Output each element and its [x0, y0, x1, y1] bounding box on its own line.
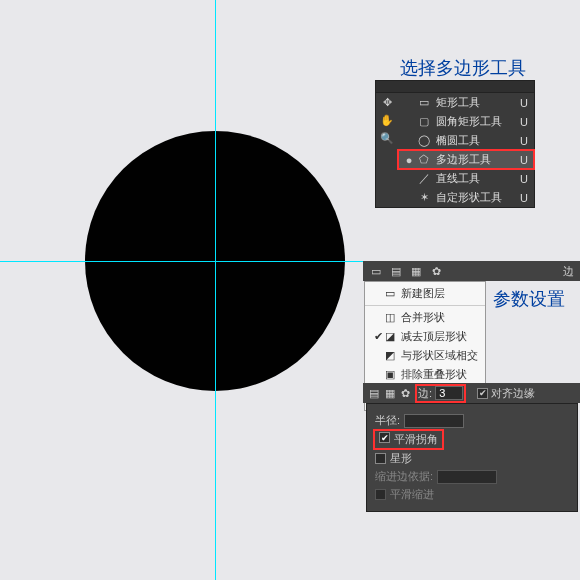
menu-combine[interactable]: ◫ 合并形状 — [365, 308, 485, 327]
smooth-corners-label: 平滑拐角 — [394, 432, 438, 447]
subtract-icon: ◪ — [385, 330, 399, 343]
gear-icon[interactable]: ✿ — [401, 387, 410, 400]
tool-label: 圆角矩形工具 — [436, 114, 520, 129]
zoom-icon[interactable]: 🔍 — [376, 129, 398, 147]
tool-sidebar: ✥ ✋ 🔍 — [376, 93, 398, 207]
combine-icon: ◫ — [385, 311, 399, 324]
tool-shortcut: U — [520, 173, 530, 185]
tool-shortcut: U — [520, 192, 530, 204]
rectangle-icon: ▭ — [416, 96, 432, 110]
align-icon[interactable]: ▤ — [389, 264, 403, 278]
tool-rectangle[interactable]: ▭ 矩形工具 U — [398, 93, 534, 112]
star-label: 星形 — [390, 451, 412, 466]
annotation-select-tool: 选择多边形工具 — [400, 56, 526, 80]
tool-label: 椭圆工具 — [436, 133, 520, 148]
rounded-rect-icon: ▢ — [416, 115, 432, 129]
menu-label: 新建图层 — [401, 286, 445, 301]
align-icon[interactable]: ▤ — [369, 387, 379, 400]
align-edges-checkbox[interactable]: ✔ — [477, 388, 488, 399]
sides-label: 边: — [418, 387, 432, 399]
gear-icon[interactable]: ✿ — [429, 264, 443, 278]
line-icon: ／ — [416, 172, 432, 186]
tool-shortcut: U — [520, 135, 530, 147]
check-icon: ✔ — [371, 330, 385, 343]
arrange-icon[interactable]: ▦ — [385, 387, 395, 400]
tool-rounded-rectangle[interactable]: ▢ 圆角矩形工具 U — [398, 112, 534, 131]
arrange-icon[interactable]: ▦ — [409, 264, 423, 278]
polygon-settings-popup: 半径: ✔ 平滑拐角 星形 缩进边依据: 平滑缩进 — [366, 403, 578, 512]
tool-label: 多边形工具 — [436, 152, 520, 167]
menu-label: 与形状区域相交 — [401, 348, 478, 363]
tool-polygon[interactable]: ● ⬠ 多边形工具 U — [398, 150, 534, 169]
menu-separator — [365, 305, 485, 306]
intersect-icon: ◩ — [385, 349, 399, 362]
star-checkbox[interactable] — [375, 453, 386, 464]
tool-line[interactable]: ／ 直线工具 U — [398, 169, 534, 188]
tool-shortcut: U — [520, 97, 530, 109]
hand-icon[interactable]: ✋ — [376, 111, 398, 129]
indent-field — [437, 470, 497, 484]
tool-label: 矩形工具 — [436, 95, 520, 110]
sides-label-short: 边 — [563, 264, 574, 279]
indent-label: 缩进边依据: — [375, 469, 433, 484]
tool-custom-shape[interactable]: ✶ 自定形状工具 U — [398, 188, 534, 207]
polygon-options-bar: ▤ ▦ ✿ 边: ✔ 对齐边缘 — [363, 383, 580, 403]
shape-tool-flyout: ✥ ✋ 🔍 ▭ 矩形工具 U ▢ 圆角矩形工具 U ◯ 椭圆工具 U — [375, 80, 535, 208]
menu-intersect[interactable]: ◩ 与形状区域相交 — [365, 346, 485, 365]
smooth-indent-label: 平滑缩进 — [390, 487, 434, 502]
polygon-icon: ⬠ — [416, 153, 432, 167]
sides-input[interactable] — [435, 386, 463, 400]
tool-shortcut: U — [520, 116, 530, 128]
custom-shape-icon: ✶ — [416, 191, 432, 205]
menu-label: 合并形状 — [401, 310, 445, 325]
smooth-corners-checkbox[interactable]: ✔ — [379, 432, 390, 443]
menu-label: 排除重叠形状 — [401, 367, 467, 382]
panel-drag-handle[interactable] — [376, 81, 534, 93]
annotation-parameters: 参数设置 — [493, 287, 565, 311]
smooth-indent-checkbox — [375, 489, 386, 500]
tool-label: 自定形状工具 — [436, 190, 520, 205]
menu-new-layer[interactable]: ▭ 新建图层 — [365, 284, 485, 303]
menu-subtract[interactable]: ✔ ◪ 减去顶层形状 — [365, 327, 485, 346]
radius-label: 半径: — [375, 413, 400, 428]
tool-shortcut: U — [520, 154, 530, 166]
tool-label: 直线工具 — [436, 171, 520, 186]
options-bar-segment: ▭ ▤ ▦ ✿ 边 — [363, 261, 580, 281]
ellipse-icon: ◯ — [416, 134, 432, 148]
guide-vertical[interactable] — [215, 0, 216, 580]
radius-field[interactable] — [404, 414, 464, 428]
crosshair-icon[interactable]: ✥ — [376, 93, 398, 111]
active-tool-dot: ● — [402, 154, 416, 166]
path-ops-icon[interactable]: ▭ — [369, 264, 383, 278]
smooth-corners-highlight: ✔ 平滑拐角 — [375, 431, 442, 448]
exclude-icon: ▣ — [385, 368, 399, 381]
tool-ellipse[interactable]: ◯ 椭圆工具 U — [398, 131, 534, 150]
menu-label: 减去顶层形状 — [401, 329, 467, 344]
menu-exclude[interactable]: ▣ 排除重叠形状 — [365, 365, 485, 384]
align-edges-label: 对齐边缘 — [491, 386, 535, 401]
sides-group-highlight: 边: — [416, 385, 465, 402]
new-layer-icon: ▭ — [385, 287, 399, 300]
